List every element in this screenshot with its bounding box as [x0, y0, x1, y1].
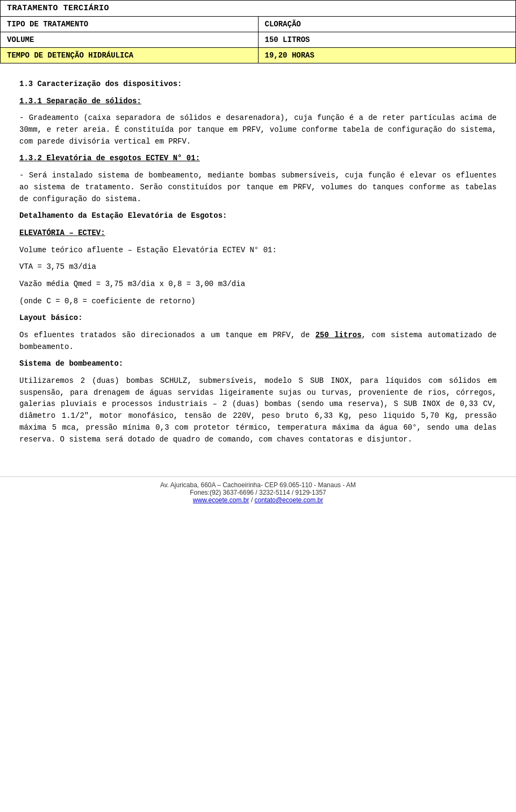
tempo-detencao-bold: 19,20 HORAS — [265, 51, 314, 60]
section-1-3-2-title: 1.3.2 Elevatória de esgotos ECTEV N° 01: — [19, 153, 497, 165]
header-table: TRATAMENTO TERCIÁRIO TIPO DE TRATAMENTO … — [0, 0, 516, 63]
vazao: Vazão média Qmed = 3,75 m3/dia x 0,8 = 3… — [19, 279, 497, 290]
sistema-body: Utilizaremos 2 (duas) bombas SCHULZ, sub… — [19, 375, 497, 445]
footer-phones: Fones:(92) 3637-6696 / 3232-5114 / 9129-… — [0, 489, 516, 496]
tempo-detencao-value: 19,20 HORAS — [258, 48, 516, 63]
footer-links: www.ecoete.com.br / contato@ecoete.com.b… — [0, 496, 516, 504]
footer-address: Av. Ajuricaba, 660A – Cachoeirinha- CEP … — [0, 481, 516, 489]
footer: Av. Ajuricaba, 660A – Cachoeirinha- CEP … — [0, 476, 516, 504]
tempo-detencao-label: TEMPO DE DETENÇÃO HIDRÁULICA — [1, 48, 259, 63]
footer-email[interactable]: contato@ecoete.com.br — [255, 496, 324, 504]
layout-title: Layout básico: — [19, 312, 497, 324]
vta: VTA = 3,75 m3/dia — [19, 261, 497, 273]
sistema-title: Sistema de bombeamento: — [19, 358, 497, 370]
volume-label: VOLUME — [1, 32, 259, 48]
volume-value: 150 LITROS — [258, 32, 516, 48]
page: TRATAMENTO TERCIÁRIO TIPO DE TRATAMENTO … — [0, 0, 516, 812]
section-1-3-1-title: 1.3.1 Separação de sólidos: — [19, 96, 497, 108]
volume-teorico: Volume teórico afluente – Estação Elevat… — [19, 245, 497, 257]
layout-body: Os efluentes tratados são direcionados a… — [19, 330, 497, 353]
elevatoria-title: ELEVATÓRIA – ECTEV: — [19, 227, 497, 239]
section-1-3-2-body1: - Será instalado sistema de bombeamento,… — [19, 170, 497, 205]
detalhamento-title: Detalhamento da Estação Elevatória de Es… — [19, 210, 497, 222]
section-1-3-1-title-text: 1.3.1 Separação de sólidos: — [19, 97, 141, 105]
footer-website[interactable]: www.ecoete.com.br — [193, 496, 249, 504]
tipo-tratamento-value: CLORAÇÃO — [258, 17, 516, 32]
section-1-3-2-title-text: 1.3.2 Elevatória de esgotos ECTEV N° 01: — [19, 154, 200, 162]
tipo-tratamento-label: TIPO DE TRATAMENTO — [1, 17, 259, 32]
layout-250litros: 250 litros — [316, 331, 362, 339]
footer-separator: / — [251, 496, 253, 504]
main-content: 1.3 Caracterização dos dispositivos: 1.3… — [0, 63, 516, 460]
page-title: TRATAMENTO TERCIÁRIO — [1, 1, 516, 17]
vazao-sub: (onde C = 0,8 = coeficiente de retorno) — [19, 296, 497, 308]
section-1-3-title: 1.3 Caracterização dos dispositivos: — [19, 79, 497, 90]
section-1-3-1-body: - Gradeamento (caixa separadora de sólid… — [19, 112, 497, 147]
